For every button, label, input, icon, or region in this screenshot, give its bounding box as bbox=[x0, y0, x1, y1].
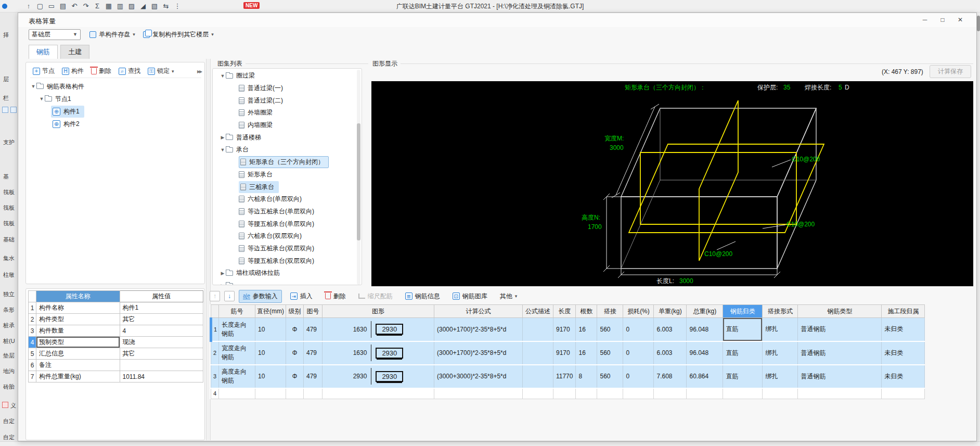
sidebar-item[interactable]: 筏板 bbox=[3, 220, 15, 227]
empty-cell[interactable] bbox=[522, 388, 553, 399]
sidebar-item[interactable]: 基 bbox=[3, 173, 9, 181]
row-number[interactable]: 1 bbox=[211, 318, 219, 341]
lap-cell[interactable]: 560 bbox=[597, 341, 623, 365]
move-up-button[interactable]: ↑ bbox=[210, 291, 220, 301]
sidebar-item[interactable]: 基础 bbox=[3, 236, 15, 244]
property-value[interactable]: 其它 bbox=[120, 314, 203, 325]
empty-cell[interactable] bbox=[623, 388, 654, 399]
atlas-folder[interactable]: ▶墙柱或砌体拉筋 bbox=[213, 267, 362, 279]
length-cell[interactable]: 9170 bbox=[553, 341, 575, 365]
atlas-item[interactable]: 等边五桩承台(单层双向) bbox=[213, 206, 362, 218]
category-cell[interactable]: 直筋 bbox=[723, 341, 763, 365]
column-header[interactable]: 单重(kg) bbox=[654, 305, 687, 318]
delete-row-button[interactable]: 删除 bbox=[321, 290, 350, 303]
sidebar-item[interactable]: 自定 bbox=[3, 434, 15, 441]
unit-weight-cell[interactable]: 6.003 bbox=[654, 318, 687, 341]
tab-rebar[interactable]: 钢筋 bbox=[29, 45, 58, 59]
rebar-name-cell[interactable]: 宽度走向钢筋 bbox=[219, 341, 255, 365]
copy-component-button[interactable]: 复制构件到其它楼层 ▾ bbox=[140, 29, 217, 40]
tab-civil[interactable]: 土建 bbox=[60, 45, 89, 59]
sidebar-tool-icon[interactable] bbox=[2, 107, 8, 113]
insert-button[interactable]: ⇥插入 bbox=[286, 290, 317, 303]
section-cell[interactable]: 未归类 bbox=[882, 318, 925, 341]
column-header[interactable]: 损耗(%) bbox=[623, 305, 654, 318]
tree-item-component2[interactable]: ⊕ 构件2 bbox=[30, 118, 197, 130]
property-value[interactable]: 现浇 bbox=[120, 337, 203, 348]
empty-cell[interactable] bbox=[798, 388, 882, 399]
find-button[interactable]: ⌕查找 bbox=[116, 66, 143, 77]
length-cell[interactable]: 9170 bbox=[553, 318, 575, 341]
sidebar-item[interactable]: 栏 bbox=[3, 94, 9, 102]
sidebar-item[interactable]: 垫层 bbox=[3, 352, 15, 360]
atlas-scrollbar[interactable] bbox=[357, 70, 360, 285]
empty-cell[interactable] bbox=[219, 388, 255, 399]
loss-cell[interactable]: 0 bbox=[623, 318, 654, 341]
property-name[interactable]: 汇总信息 bbox=[36, 348, 120, 360]
section-cell[interactable]: 未归类 bbox=[882, 365, 925, 388]
rebar-library-button[interactable]: ⊡钢筋图库 bbox=[448, 290, 492, 303]
atlas-item[interactable]: 等腰五桩承台(单层双向) bbox=[213, 218, 362, 230]
empty-cell[interactable] bbox=[255, 388, 286, 399]
column-header[interactable]: 图号 bbox=[303, 305, 322, 318]
empty-cell[interactable] bbox=[322, 388, 434, 399]
column-header[interactable]: 公式描述 bbox=[522, 305, 553, 318]
tree-item-component1[interactable]: ⊕ 构件1 bbox=[30, 105, 197, 118]
property-name[interactable]: 备注 bbox=[36, 360, 120, 371]
grade-cell[interactable]: Φ bbox=[286, 365, 303, 388]
column-header[interactable]: 直径(mm) bbox=[255, 305, 286, 318]
atlas-item[interactable]: 普通过梁(二) bbox=[213, 94, 362, 107]
column-header[interactable]: 根数 bbox=[576, 305, 597, 318]
property-value[interactable]: 其它 bbox=[120, 348, 203, 360]
sidebar-item[interactable]: 筏板 bbox=[3, 204, 15, 212]
scrollbar-thumb[interactable] bbox=[977, 16, 980, 31]
sidebar-item[interactable]: 层 bbox=[3, 75, 9, 83]
rebar-name-cell[interactable]: 长度走向钢筋 bbox=[219, 318, 255, 341]
property-name[interactable]: 构件名称 bbox=[36, 302, 120, 314]
save-single-component-button[interactable]: 单构件存盘 ▾ bbox=[86, 29, 138, 40]
empty-cell[interactable] bbox=[763, 388, 798, 399]
atlas-item[interactable]: 等边五桩承台(双层双向) bbox=[213, 243, 362, 255]
tree-item-rebar-table-components[interactable]: ▼ 钢筋表格构件 bbox=[30, 80, 197, 93]
column-header[interactable]: 计算公式 bbox=[434, 305, 522, 318]
column-header[interactable]: 图形 bbox=[322, 305, 434, 318]
atlas-item[interactable]: 六桩承台(双层双向) bbox=[213, 230, 362, 243]
figure-no-cell[interactable]: 479 bbox=[303, 341, 322, 365]
empty-cell[interactable] bbox=[882, 388, 925, 399]
column-header[interactable]: 施工段归属 bbox=[882, 305, 925, 318]
parameter-input-button[interactable]: a|e参数输入 bbox=[239, 290, 282, 303]
diameter-cell[interactable]: 10 bbox=[255, 318, 286, 341]
empty-cell[interactable] bbox=[687, 388, 723, 399]
bottom-scrollbar[interactable] bbox=[0, 441, 980, 446]
property-value[interactable] bbox=[120, 360, 203, 371]
lap-type-cell[interactable]: 绑扎 bbox=[763, 341, 798, 365]
floor-select[interactable]: 基础层 ▼ bbox=[29, 29, 81, 40]
empty-cell[interactable] bbox=[654, 388, 687, 399]
scale-rebar-button[interactable]: 缩尺配筋 bbox=[354, 290, 397, 303]
maximize-button[interactable]: □ bbox=[934, 14, 951, 26]
property-name[interactable]: 构件类型 bbox=[36, 314, 120, 325]
figure-no-cell[interactable]: 479 bbox=[303, 318, 322, 341]
sidebar-item[interactable]: 桩(U bbox=[3, 337, 15, 345]
rebar-name-cell[interactable]: 高度走向钢筋 bbox=[219, 365, 255, 388]
atlas-item[interactable]: 六桩承台(单层双向) bbox=[213, 193, 362, 206]
sidebar-item[interactable]: 筏板 bbox=[3, 188, 15, 196]
minimize-button[interactable]: ─ bbox=[916, 14, 934, 26]
sidebar-item[interactable]: 桩承 bbox=[3, 322, 15, 329]
empty-cell[interactable] bbox=[553, 388, 575, 399]
add-component-button[interactable]: H构件 bbox=[59, 66, 86, 77]
atlas-item[interactable]: 外墙圈梁 bbox=[213, 107, 362, 119]
property-name[interactable]: 构件总重量(kg) bbox=[36, 371, 120, 383]
column-header[interactable]: 级别 bbox=[286, 305, 303, 318]
chevron-right-icon[interactable]: ▶ bbox=[220, 135, 226, 140]
empty-cell[interactable] bbox=[303, 388, 322, 399]
atlas-item-highlighted[interactable]: 三桩承台 bbox=[213, 181, 362, 193]
column-header[interactable]: 总重(kg) bbox=[687, 305, 723, 318]
sidebar-item[interactable]: 自定 bbox=[3, 417, 15, 425]
tree-item-node1[interactable]: ▼ 节点1 bbox=[30, 93, 197, 105]
empty-cell[interactable] bbox=[723, 388, 763, 399]
scrollbar-thumb[interactable] bbox=[357, 123, 360, 240]
formula-cell[interactable]: (3000+1700)*2-35*8+5*d bbox=[434, 341, 522, 365]
chevron-down-icon[interactable]: ▼ bbox=[220, 147, 226, 152]
formula-desc-cell[interactable] bbox=[522, 341, 553, 365]
total-weight-cell[interactable]: 96.048 bbox=[687, 341, 723, 365]
